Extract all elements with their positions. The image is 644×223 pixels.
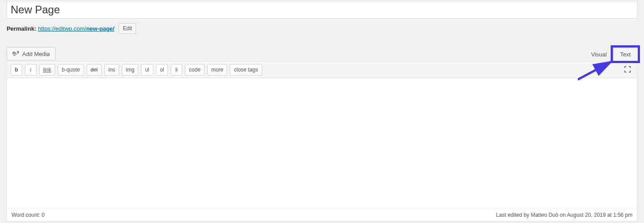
qt-code-button[interactable]: code <box>185 64 204 76</box>
edit-permalink-button[interactable]: Edit <box>119 23 136 34</box>
tab-text[interactable]: Text <box>613 48 637 60</box>
add-media-label: Add Media <box>22 51 50 57</box>
tab-visual[interactable]: Visual <box>584 48 613 60</box>
fullscreen-button[interactable] <box>622 64 633 76</box>
qt-bquote-button[interactable]: b-quote <box>58 64 84 76</box>
page-title-input[interactable] <box>7 1 637 19</box>
qt-ins-button[interactable]: ins <box>104 64 119 76</box>
qt-ul-button[interactable]: ul <box>141 64 153 76</box>
editor-tabs: Visual Text <box>584 48 637 60</box>
qt-link-button[interactable]: link <box>39 64 55 76</box>
permalink-link[interactable]: https://editwp.com/new-page/ <box>38 25 114 32</box>
qt-img-button[interactable]: img <box>122 64 138 76</box>
fullscreen-icon <box>624 65 632 75</box>
qt-ol-button[interactable]: ol <box>156 64 168 76</box>
permalink-row: Permalink: https://editwp.com/new-page/ … <box>7 23 637 34</box>
last-edited-text: Last edited by Matteo Duò on August 20, … <box>496 212 632 218</box>
qt-close-button[interactable]: close tags <box>230 64 262 76</box>
qt-b-button[interactable]: b <box>11 64 22 76</box>
qt-del-button[interactable]: del <box>87 64 102 76</box>
qt-i-button[interactable]: i <box>25 64 36 76</box>
status-bar: Word count: 0 Last edited by Matteo Duò … <box>7 209 637 221</box>
camera-music-icon <box>12 50 20 58</box>
permalink-label: Permalink: <box>7 25 36 32</box>
quicktags-toolbar: bilinkb-quotedelinsimgulollicodemoreclos… <box>7 62 637 78</box>
word-count: Word count: 0 <box>12 212 45 218</box>
qt-li-button[interactable]: li <box>171 64 182 76</box>
add-media-button[interactable]: Add Media <box>7 47 56 60</box>
editor-container: bilinkb-quotedelinsimgulollicodemoreclos… <box>7 61 637 221</box>
qt-more-button[interactable]: more <box>207 64 227 76</box>
content-textarea[interactable] <box>7 78 637 207</box>
